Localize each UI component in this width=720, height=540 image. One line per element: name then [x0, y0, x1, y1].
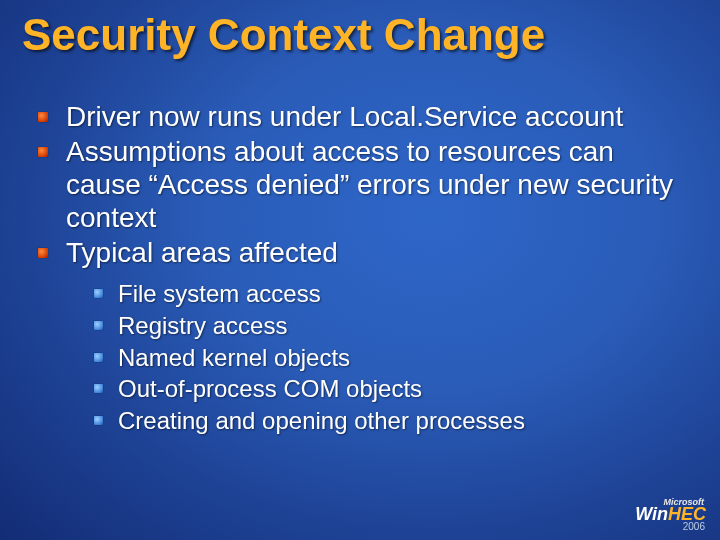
- slide: Security Context Change Driver now runs …: [0, 0, 720, 540]
- sub-bullet-item: Registry access: [88, 311, 690, 341]
- logo-brand-prefix: Win: [635, 504, 668, 524]
- sub-bullet-text: Registry access: [118, 312, 287, 339]
- slide-title: Security Context Change: [22, 10, 545, 60]
- sub-bullet-item: Named kernel objects: [88, 343, 690, 373]
- bullet-text: Driver now runs under Local.Service acco…: [66, 101, 623, 132]
- bullet-item: Driver now runs under Local.Service acco…: [30, 100, 690, 133]
- sub-bullet-item: File system access: [88, 279, 690, 309]
- winhec-logo: Microsoft WinHEC 2006: [635, 498, 706, 532]
- sub-bullet-text: Creating and opening other processes: [118, 407, 525, 434]
- bullet-item: Assumptions about access to resources ca…: [30, 135, 690, 234]
- bullet-list-level2: File system access Registry access Named…: [88, 279, 690, 436]
- slide-body: Driver now runs under Local.Service acco…: [30, 100, 690, 438]
- bullet-item: Typical areas affected File system acces…: [30, 236, 690, 436]
- sub-bullet-item: Out-of-process COM objects: [88, 374, 690, 404]
- sub-bullet-text: Named kernel objects: [118, 344, 350, 371]
- bullet-list-level1: Driver now runs under Local.Service acco…: [30, 100, 690, 436]
- bullet-text: Typical areas affected: [66, 237, 338, 268]
- bullet-text: Assumptions about access to resources ca…: [66, 136, 673, 233]
- sub-bullet-item: Creating and opening other processes: [88, 406, 690, 436]
- sub-bullet-text: Out-of-process COM objects: [118, 375, 422, 402]
- sub-bullet-text: File system access: [118, 280, 321, 307]
